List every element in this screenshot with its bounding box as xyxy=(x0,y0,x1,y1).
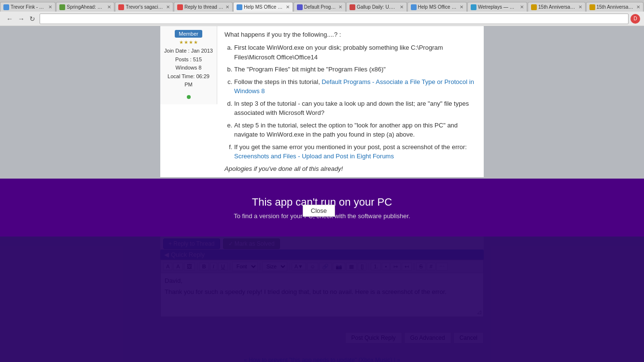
address-bar: ← → ↻ www.eightforums.com/software-apps/… xyxy=(0,12,644,26)
step-f: If you get the same error you mentioned … xyxy=(234,142,476,161)
step-e: At step 5 in the tutorial, select the op… xyxy=(234,121,476,139)
tab-close-11[interactable]: ✕ xyxy=(636,4,640,10)
tab-6[interactable]: Default Programs ✕ xyxy=(294,2,346,12)
post-note: Apologies if you've done all of this alr… xyxy=(224,165,476,172)
post-steps: First locate WinWord.exe on your disk; p… xyxy=(224,43,476,161)
post-intro: What happens if you try the following...… xyxy=(224,31,476,38)
tab-close-8[interactable]: ✕ xyxy=(460,4,463,10)
post-content: What happens if you try the following...… xyxy=(217,26,484,177)
post-container: Member ★★★★ Join Date : Jan 2013 Posts :… xyxy=(160,26,484,177)
forward-button[interactable]: → xyxy=(15,14,27,24)
tab-close-10[interactable]: ✕ xyxy=(578,4,582,10)
tutorial-link[interactable]: Default Programs - Associate a File Type… xyxy=(234,78,474,95)
member-role-badge: Member xyxy=(175,30,202,38)
refresh-button[interactable]: ↻ xyxy=(27,14,38,24)
tab-close-9[interactable]: ✕ xyxy=(520,4,524,10)
tab-bar: Trevor Fink - Outl... ✕ SpringAhead: Cal… xyxy=(0,0,644,12)
tab-close-7[interactable]: ✕ xyxy=(400,4,404,10)
address-input[interactable]: www.eightforums.com/software-apps/30723-… xyxy=(40,14,629,24)
tab-4[interactable]: Reply to thread 'He... ✕ xyxy=(174,2,233,12)
step-c: Follow the steps in this tutorial, Defau… xyxy=(234,77,476,96)
step-a: First locate WinWord.exe on your disk; p… xyxy=(234,43,476,62)
tab-close-1[interactable]: ✕ xyxy=(48,4,52,10)
browser-chrome: Trevor Fink - Outl... ✕ SpringAhead: Cal… xyxy=(0,0,644,26)
step-d: In step 3 of the tutorial - can you take… xyxy=(234,99,476,118)
tab-close-5[interactable]: ✕ xyxy=(286,4,290,10)
tab-5[interactable]: Help MS Office 201... ✕ xyxy=(233,2,293,12)
member-sidebar: Member ★★★★ Join Date : Jan 2013 Posts :… xyxy=(160,26,217,104)
tab-8[interactable]: Help MS Office 201... ✕ xyxy=(407,2,467,12)
member-stars: ★★★★ xyxy=(164,40,213,45)
page-content: Member ★★★★ Join Date : Jan 2013 Posts :… xyxy=(0,26,644,362)
tab-7[interactable]: Gallup Daily: U.S. C... ✕ xyxy=(346,2,407,12)
screenshots-link[interactable]: Screenshots and Files - Upload and Post … xyxy=(234,153,394,160)
dialog-close-button[interactable]: Close xyxy=(303,205,335,217)
tab-close-4[interactable]: ✕ xyxy=(225,4,229,10)
tab-close-6[interactable]: ✕ xyxy=(338,4,342,10)
back-button[interactable]: ← xyxy=(4,14,15,24)
tab-11[interactable]: 15th Anniversary T... ✕ xyxy=(586,2,644,12)
tab-2[interactable]: SpringAhead: Cale... ✕ xyxy=(56,2,114,12)
tab-10[interactable]: 15th Anniversary T... ✕ xyxy=(528,2,585,12)
online-indicator xyxy=(187,95,191,99)
step-b: The "Program Files" bit might be "Progra… xyxy=(234,65,476,74)
tab-9[interactable]: Wetreplays — Main... ✕ xyxy=(467,2,527,12)
member-info: Join Date : Jan 2013 Posts : 515 Windows… xyxy=(164,47,213,89)
tab-3[interactable]: Trevor's sagacious... ✕ xyxy=(115,2,173,12)
tab-1[interactable]: Trevor Fink - Outl... ✕ xyxy=(0,2,56,12)
tab-close-3[interactable]: ✕ xyxy=(166,4,170,10)
tab-close-2[interactable]: ✕ xyxy=(107,4,111,10)
profile-avatar[interactable]: D xyxy=(630,14,640,24)
